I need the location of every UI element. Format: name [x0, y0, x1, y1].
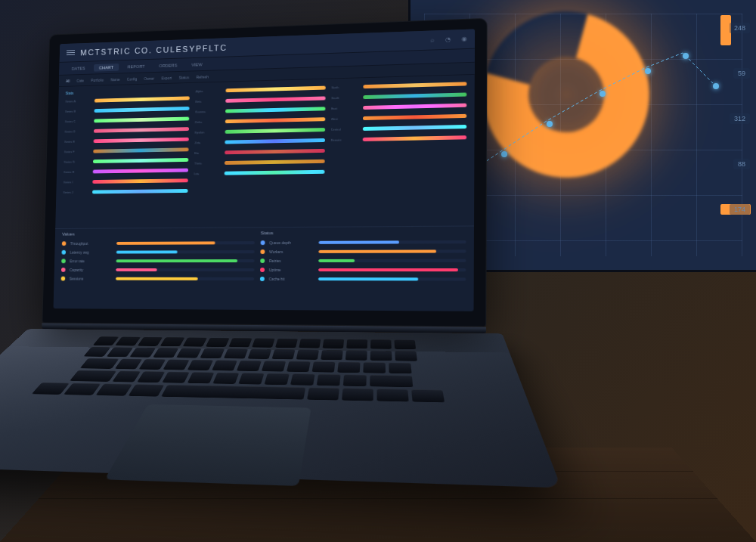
key[interactable]: [287, 361, 311, 372]
key[interactable]: [200, 348, 225, 358]
key[interactable]: [224, 348, 248, 358]
key[interactable]: [370, 375, 413, 387]
list-item[interactable]: Throughput: [62, 238, 255, 248]
list-item[interactable]: Latency avg: [61, 247, 254, 256]
trackpad[interactable]: [104, 404, 311, 486]
key[interactable]: [275, 339, 298, 348]
list-item[interactable]: Queue depth: [261, 237, 466, 247]
filter-cate[interactable]: Cate: [76, 78, 84, 82]
filter-refresh[interactable]: Refresh: [196, 74, 209, 79]
keyboard[interactable]: [0, 336, 491, 403]
key[interactable]: [345, 350, 367, 361]
key[interactable]: [296, 349, 319, 359]
key[interactable]: [272, 349, 296, 359]
key[interactable]: [162, 372, 189, 383]
spark-row[interactable]: Alpha: [196, 84, 326, 96]
key[interactable]: [395, 351, 417, 361]
key[interactable]: [163, 359, 189, 370]
spark-row[interactable]: Zeta: [194, 136, 324, 147]
filter-portfolio[interactable]: Portfolio: [91, 77, 104, 82]
key[interactable]: [238, 373, 264, 384]
list-item[interactable]: Error rate: [61, 256, 254, 265]
key[interactable]: [370, 339, 392, 349]
key[interactable]: [394, 339, 416, 349]
spark-row[interactable]: South: [331, 90, 466, 102]
key[interactable]: [264, 373, 289, 385]
key[interactable]: [377, 389, 409, 401]
spark-row[interactable]: East: [331, 101, 466, 113]
key[interactable]: [290, 373, 315, 385]
filter-config[interactable]: Config: [127, 76, 138, 81]
search-icon[interactable]: ⌕: [431, 36, 435, 43]
spark-row[interactable]: Series D: [64, 125, 189, 135]
user-icon[interactable]: ◉: [461, 36, 466, 42]
filter-export[interactable]: Export: [162, 76, 172, 80]
key[interactable]: [187, 360, 213, 370]
spark-row[interactable]: Beta: [195, 94, 325, 105]
spark-row[interactable]: Theta: [194, 157, 324, 168]
menu-icon[interactable]: [67, 50, 75, 55]
key[interactable]: [228, 338, 252, 347]
key[interactable]: [317, 374, 341, 386]
key[interactable]: [323, 339, 345, 348]
key[interactable]: [312, 361, 336, 372]
key[interactable]: [161, 385, 305, 399]
key[interactable]: [176, 348, 202, 358]
tab-dates[interactable]: DATES: [66, 64, 91, 73]
tab-view[interactable]: VIEW: [186, 60, 209, 69]
key[interactable]: [96, 384, 132, 396]
key[interactable]: [299, 339, 321, 348]
list-item[interactable]: Retries: [260, 256, 466, 265]
filter-all[interactable]: All: [66, 79, 70, 83]
key[interactable]: [139, 359, 166, 370]
key[interactable]: [129, 348, 156, 358]
key[interactable]: [346, 339, 367, 349]
key[interactable]: [212, 360, 237, 370]
key[interactable]: [252, 338, 274, 347]
spark-row[interactable]: Series C: [65, 115, 190, 125]
key[interactable]: [153, 348, 178, 358]
spark-row[interactable]: North: [331, 79, 466, 91]
list-item[interactable]: Cache hit: [260, 274, 466, 284]
spark-row[interactable]: Series I: [64, 176, 188, 186]
list-item[interactable]: Sessions: [61, 274, 255, 283]
filter-owner[interactable]: Owner: [144, 76, 154, 80]
key[interactable]: [70, 370, 116, 382]
key[interactable]: [363, 362, 386, 373]
key[interactable]: [115, 359, 142, 370]
key[interactable]: [370, 351, 392, 361]
key[interactable]: [262, 361, 286, 371]
key[interactable]: [307, 388, 339, 401]
tab-report[interactable]: REPORT: [122, 62, 150, 70]
spark-row[interactable]: Delta: [195, 115, 325, 126]
key[interactable]: [343, 374, 367, 386]
key[interactable]: [64, 383, 101, 395]
spark-row[interactable]: Series E: [64, 135, 189, 146]
list-item[interactable]: Capacity: [61, 265, 255, 274]
spark-row[interactable]: Series A: [65, 94, 190, 105]
key[interactable]: [137, 371, 165, 382]
filter-status[interactable]: Status: [179, 75, 190, 79]
key[interactable]: [115, 336, 141, 345]
spark-row[interactable]: Central: [331, 122, 467, 134]
key[interactable]: [342, 388, 373, 401]
key[interactable]: [160, 337, 185, 346]
spark-row[interactable]: Epsilon: [195, 125, 325, 137]
spark-row[interactable]: Iota: [194, 168, 324, 178]
key[interactable]: [183, 337, 207, 346]
key[interactable]: [337, 362, 360, 373]
key[interactable]: [206, 338, 230, 347]
key[interactable]: [107, 347, 133, 357]
key[interactable]: [187, 372, 215, 383]
key[interactable]: [138, 337, 163, 346]
key[interactable]: [80, 358, 119, 369]
key[interactable]: [389, 363, 411, 374]
spark-row[interactable]: Series B: [65, 104, 190, 116]
spark-row[interactable]: Series F: [64, 145, 189, 156]
list-item[interactable]: Uptime: [260, 265, 466, 274]
spark-row[interactable]: Remote: [330, 133, 466, 144]
key[interactable]: [411, 389, 445, 402]
spark-row[interactable]: Gamma: [195, 104, 325, 116]
spark-row[interactable]: Series G: [64, 156, 188, 166]
key[interactable]: [129, 384, 165, 396]
